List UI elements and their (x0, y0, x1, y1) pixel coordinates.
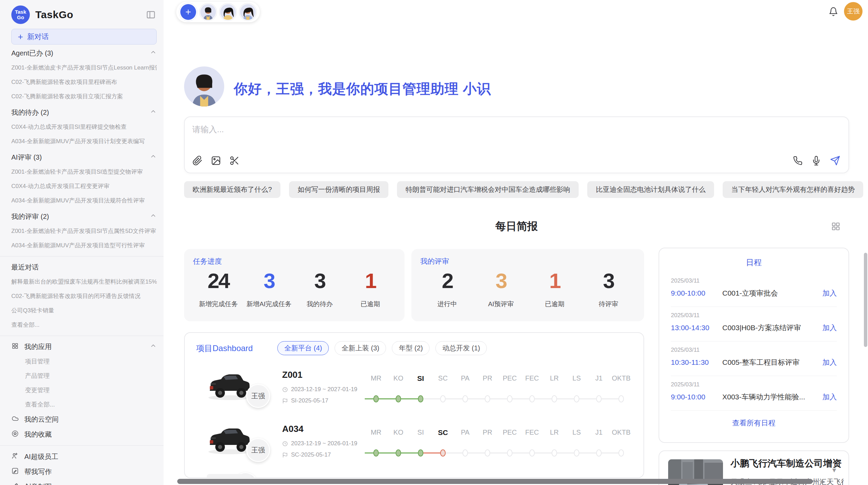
suggestion-chip[interactable]: 如何写一份清晰的项目周报 (289, 181, 388, 198)
sidebar-group-header[interactable]: 我的评审 (2) (11, 209, 157, 224)
milestone-label: LR (543, 374, 566, 382)
dashboard-tab[interactable]: 动总开发 (1) (435, 341, 487, 355)
milestone-label: PEC (498, 374, 521, 382)
milestone-label: KO (387, 428, 410, 436)
dashboard-title: 项目Dashboard (196, 343, 253, 354)
sidebar-link-star-badge[interactable]: 我的收藏 (11, 427, 157, 442)
sidebar-group-header[interactable]: Agent已办 (3) (11, 46, 157, 61)
sidebar-group-header[interactable]: 我的待办 (2) (11, 105, 157, 120)
sidebar-link-label: 我的收藏 (24, 430, 52, 439)
vertical-scrollbar-thumb[interactable] (864, 253, 867, 347)
sidebar-item[interactable]: C0X4-动力总成开发项目工程变更评审 (11, 179, 157, 194)
composer-right-icons (793, 156, 840, 167)
agent-avatar-2[interactable] (220, 4, 236, 20)
dashboard-tab[interactable]: 年型 (2) (392, 341, 430, 355)
suggestion-chip[interactable]: 特朗普可能对进口汽车增税会对中国车企造成哪些影响 (397, 181, 579, 198)
milestone-dot (396, 395, 401, 402)
sidebar-item[interactable]: Z001-全新燃油轻卡产品开发项目SI造型提交物评审 (11, 165, 157, 179)
sidebar-tool-label: 创意制图 (24, 482, 52, 485)
project-owner-badge: 王强 (246, 438, 270, 462)
join-link[interactable]: 加入 (822, 288, 837, 298)
notification-bell-icon[interactable] (829, 7, 838, 18)
send-icon[interactable] (830, 156, 840, 167)
my-review-card: 我的评审2进行中3AI预评审1已逾期3待评审 (411, 249, 644, 321)
suggestion-chip[interactable]: 当下年轻人对汽车外观有怎样的喜好趋势 (723, 181, 863, 198)
paperclip-icon[interactable] (192, 156, 203, 167)
new-session-button[interactable] (180, 4, 196, 20)
agent-avatar-1[interactable] (200, 4, 216, 20)
sidebar-item[interactable]: Z001-全新燃油轻卡产品开发项目SI节点属性5D文件评审 (11, 224, 157, 238)
horizontal-scrollbar-thumb[interactable] (177, 479, 813, 484)
sidebar-tool-item[interactable]: AI超级员工 (11, 449, 157, 464)
milestone-dot (440, 395, 446, 402)
dashboard-tab[interactable]: 全新上装 (3) (335, 341, 386, 355)
milestone-dot (373, 395, 379, 402)
project-dates-text: 2023-12-19 ~ 2027-01-19 (291, 386, 357, 393)
app-item[interactable]: 查看全部... (11, 397, 157, 412)
recent-chat-item[interactable]: C02-飞腾新能源轻客改款项目的闭环通告反馈情况 (11, 289, 157, 303)
agent-avatar-3[interactable] (240, 4, 256, 20)
chat-input[interactable]: 请输入... (192, 124, 224, 135)
app-item[interactable]: 变更管理 (11, 383, 157, 397)
sidebar-item[interactable]: A034-全新新能源MUV产品开发项目计划变更表编写 (11, 134, 157, 149)
sidebar-link-cloud[interactable]: 我的云空间 (11, 412, 157, 427)
logo-line2: Go (17, 15, 24, 20)
view-all-schedule-link[interactable]: 查看所有日程 (671, 418, 837, 428)
sidebar-tool-item[interactable]: 创意制图 (11, 479, 157, 485)
timeline-segment (577, 452, 599, 453)
milestone-dot (596, 449, 602, 457)
assistant-avatar (184, 66, 224, 107)
suggestion-chip[interactable]: 欧洲新规最近颁布了什么? (184, 181, 280, 198)
stat-item: 3AI预评审 (474, 270, 528, 309)
stat-label: 已逾期 (528, 300, 582, 309)
mic-icon[interactable] (811, 156, 821, 167)
plus-icon (184, 8, 192, 16)
recent-chat-item[interactable]: 公司Q3轻卡销量 (11, 303, 157, 318)
panel-collapse-icon[interactable] (146, 10, 156, 21)
join-link[interactable]: 加入 (822, 323, 837, 333)
sidebar-item[interactable]: C0X4-动力总成开发项目SI里程碑提交物检查 (11, 120, 157, 134)
suggestion-chip[interactable]: 比亚迪全固态电池计划具体说了什么 (587, 181, 714, 198)
scissors-icon[interactable] (229, 156, 240, 167)
image-icon[interactable] (211, 156, 221, 167)
sidebar-tool-item[interactable]: 帮我写作 (11, 464, 157, 479)
project-dates: 2023-12-19 ~ 2026-01-19 (282, 440, 357, 447)
join-link[interactable]: 加入 (822, 392, 837, 402)
user-avatar[interactable]: 王强 (844, 2, 863, 21)
scroll-down-arrow[interactable]: ▼ (831, 467, 837, 474)
stat-value: 1 (528, 270, 582, 292)
sidebar-task-groups: Agent已办 (3)Z001-全新燃油皮卡产品开发项目SI节点Lesson L… (11, 46, 157, 253)
project-dashboard-card: 项目Dashboard 全新平台 (4)全新上装 (3)年型 (2)动总开发 (… (184, 332, 644, 478)
app-item[interactable]: 产品管理 (11, 369, 157, 383)
write-icon (11, 467, 24, 476)
sidebar-item[interactable]: C02-飞腾新能源轻客改款项目里程碑画布 (11, 75, 157, 89)
project-flag: SI-2025-05-17 (282, 397, 328, 404)
phone-icon[interactable] (793, 156, 803, 167)
timeline-segment (510, 398, 532, 399)
sidebar-item[interactable]: A034-全新新能源MUV产品开发项目造型可行性评审 (11, 238, 157, 253)
sidebar-group-header[interactable]: AI评审 (3) (11, 150, 157, 165)
grid-icon[interactable] (831, 221, 841, 233)
join-link[interactable]: 加入 (822, 358, 837, 367)
sidebar-item[interactable]: Z001-全新燃油皮卡产品开发项目SI节点Lesson Learn报告 (11, 61, 157, 75)
dashboard-tab[interactable]: 全新平台 (4) (277, 341, 329, 355)
milestone-dot (462, 449, 468, 457)
recent-chat-item[interactable]: 解释最新出台的欧盟报废车法规再生塑料比例被调至15%... (11, 275, 157, 289)
sidebar-item[interactable]: C02-飞腾新能源轻客改款项目立项汇报方案 (11, 89, 157, 104)
stat-label: 待评审 (581, 300, 635, 309)
schedule-date: 2025/03/11 (671, 381, 837, 388)
timeline-segment (510, 452, 532, 453)
timeline-segment (487, 398, 510, 399)
timeline-segment (443, 452, 465, 453)
divider (0, 256, 164, 257)
sidebar-item[interactable]: A034-全新新能源MUV产品开发项目法规符合性评审 (11, 194, 157, 208)
view-all-chats-link[interactable]: 查看全部... (11, 318, 157, 332)
stat-item: 1已逾期 (528, 270, 582, 309)
app-item[interactable]: 项目管理 (11, 354, 157, 369)
scroll-right-arrow[interactable]: ▶ (821, 478, 825, 485)
milestone-dot (574, 449, 579, 457)
my-apps-header[interactable]: 我的应用 (11, 339, 157, 354)
milestone-label: MR (365, 428, 387, 436)
user-avatar-label: 王强 (847, 7, 859, 15)
new-chat-button[interactable]: + 新对话 (11, 29, 157, 45)
